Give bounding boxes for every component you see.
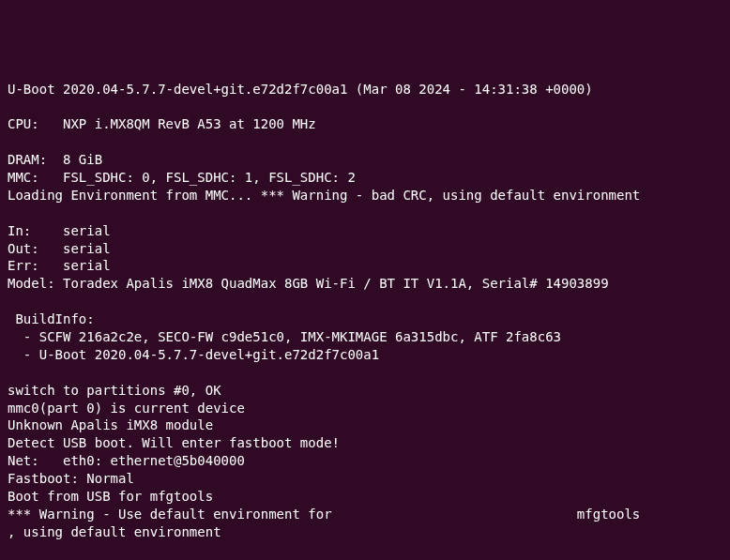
console-line [8,541,722,559]
console-line: Boot from USB for mfgtools [8,488,722,506]
console-line: U-Boot 2020.04-5.7.7-devel+git.e72d2f7c0… [8,81,722,98]
console-line: CPU: NXP i.MX8QM RevB A53 at 1200 MHz [8,115,722,133]
console-line: Out: serial [8,240,722,258]
console-line: - U-Boot 2020.04-5.7.7-devel+git.e72d2f7… [8,346,722,364]
console-line: Detect USB boot. Will enter fastboot mod… [8,434,722,452]
console-line: BuildInfo: [8,310,722,328]
console-line: Loading Environment from MMC... *** Warn… [8,187,722,204]
console-line: Net: eth0: ethernet@5b040000 [8,452,722,470]
console-line [8,293,722,310]
console-line [8,204,722,222]
console-line [8,133,722,151]
console-line: Unknown Apalis iMX8 module [8,416,722,434]
console-line: Model: Toradex Apalis iMX8 QuadMax 8GB W… [8,275,722,293]
console-line: Err: serial [8,257,722,275]
console-line [8,98,722,115]
terminal-output: U-Boot 2020.04-5.7.7-devel+git.e72d2f7c0… [8,81,722,560]
console-line: mmc0(part 0) is current device [8,400,722,417]
console-line: , using default environment [8,523,722,541]
console-line: Fastboot: Normal [8,470,722,488]
console-line: In: serial [8,222,722,240]
console-line: DRAM: 8 GiB [8,151,722,169]
console-line: *** Warning - Use default environment fo… [8,506,722,523]
console-line: MMC: FSL_SDHC: 0, FSL_SDHC: 1, FSL_SDHC:… [8,169,722,187]
console-line: - SCFW 216a2c2e, SECO-FW c9de51c0, IMX-M… [8,328,722,346]
console-line: switch to partitions #0, OK [8,382,722,400]
console-line [8,364,722,382]
